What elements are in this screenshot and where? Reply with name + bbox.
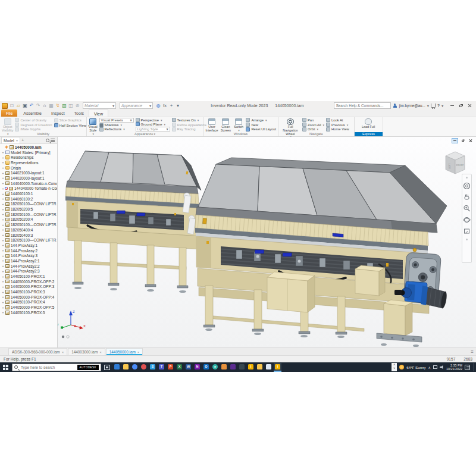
help-icon[interactable]: ? bbox=[437, 103, 440, 108]
expander-icon[interactable]: + bbox=[1, 208, 5, 211]
tree-item[interactable]: + 182050100—CONV LIFTR ASSY:3 bbox=[0, 212, 57, 217]
doc-restore-button[interactable] bbox=[459, 138, 466, 143]
tab-list-menu-icon[interactable]: ≡ bbox=[471, 349, 474, 355]
restore-button[interactable] bbox=[456, 102, 465, 109]
viewport-3d-model[interactable]: Z X Y bbox=[58, 137, 476, 347]
qat-icon[interactable]: ▦ bbox=[48, 103, 54, 109]
expander-icon[interactable]: + bbox=[1, 311, 5, 314]
expander-icon[interactable]: + bbox=[1, 218, 5, 221]
tree-item[interactable]: + 144050100-PROX:3 bbox=[0, 289, 57, 295]
keyboard-tray-icon[interactable] bbox=[433, 365, 437, 369]
object-visibility-button[interactable]: Object Visibility bbox=[2, 118, 13, 131]
textures-on-button[interactable]: Textures On bbox=[172, 118, 206, 123]
taskbar-app-icon[interactable]: P bbox=[167, 363, 174, 372]
qat-icon[interactable]: ◍ bbox=[155, 103, 161, 109]
taskbar-app-icon[interactable]: I bbox=[247, 363, 255, 372]
tree-item[interactable]: + 182050100—CONV LIFTR ASSY:2 bbox=[0, 222, 57, 227]
user-interface-button[interactable]: User Interface bbox=[205, 118, 218, 131]
document-tab[interactable]: 144050000.iam × bbox=[106, 348, 143, 355]
close-tab-icon[interactable]: × bbox=[62, 350, 64, 354]
expander-icon[interactable]: + bbox=[1, 300, 5, 304]
switch-button[interactable]: Switch bbox=[233, 118, 245, 131]
close-tab-icon[interactable]: × bbox=[99, 350, 102, 354]
tree-item[interactable]: + Origin bbox=[0, 165, 57, 171]
previous-view-button[interactable]: Previous bbox=[326, 123, 349, 127]
expander-icon[interactable]: + bbox=[1, 239, 5, 242]
lighting-style-dropdown[interactable]: Lighting Style bbox=[136, 127, 170, 131]
ground-plane-button[interactable]: Ground Plane bbox=[136, 122, 170, 126]
taskbar-app-icon[interactable] bbox=[113, 363, 121, 372]
tree-item[interactable]: + 144050100-PROX:4 bbox=[0, 300, 57, 305]
qat-icon[interactable]: ↶ bbox=[29, 103, 35, 109]
expander-icon[interactable]: + bbox=[1, 243, 5, 247]
load-full-button[interactable]: Load Full bbox=[356, 118, 380, 131]
machine-right[interactable] bbox=[195, 158, 447, 347]
floor-cabinet-b[interactable] bbox=[355, 265, 385, 296]
show-desktop-strip[interactable] bbox=[474, 363, 475, 371]
expander-icon[interactable]: + bbox=[1, 192, 5, 196]
pan-hand-icon[interactable] bbox=[463, 193, 471, 201]
ray-tracing-button[interactable]: Ray Tracing bbox=[172, 127, 206, 131]
expander-icon[interactable]: + bbox=[1, 166, 5, 170]
imate-glyphs-button[interactable]: iMate Glyphs bbox=[15, 127, 52, 131]
tree-item[interactable]: + 144050000-PROX-OPP:4 bbox=[0, 295, 57, 300]
browser-tab-model[interactable]: Model × bbox=[1, 137, 20, 143]
volume-icon[interactable] bbox=[440, 365, 444, 369]
viewport-dot-dark[interactable] bbox=[62, 336, 64, 338]
expander-icon[interactable]: + bbox=[1, 202, 5, 206]
expander-icon[interactable]: + bbox=[1, 254, 5, 258]
add-browser-tab-icon[interactable]: + bbox=[21, 138, 24, 142]
close-panel-icon[interactable]: × bbox=[16, 139, 18, 142]
floor-cabinet-a[interactable] bbox=[267, 272, 315, 312]
browser-search-icon[interactable] bbox=[46, 139, 49, 142]
app-store-cart-icon[interactable] bbox=[431, 104, 436, 108]
doc-minimize-button[interactable] bbox=[452, 138, 458, 143]
start-button[interactable] bbox=[3, 365, 8, 370]
navbar-handle-icon[interactable] bbox=[466, 177, 468, 178]
task-view-icon[interactable] bbox=[104, 365, 110, 370]
tree-item[interactable]: + Relationships bbox=[0, 155, 57, 160]
expander-icon[interactable]: + bbox=[1, 223, 5, 227]
tree-item[interactable]: + 144050100-PROX:5 bbox=[0, 310, 57, 315]
taskbar-app-icon[interactable] bbox=[131, 363, 139, 372]
tree-item[interactable]: + 182050400:4 bbox=[0, 227, 57, 233]
shadows-button[interactable]: Shadows bbox=[99, 123, 134, 127]
expander-icon[interactable]: + bbox=[1, 306, 5, 309]
taskbar-app-icon[interactable] bbox=[140, 363, 148, 372]
expander-icon[interactable]: + bbox=[1, 228, 5, 231]
taskbar-search[interactable]: AUTODESK bbox=[12, 364, 101, 371]
taskbar-app-icon[interactable] bbox=[220, 363, 228, 372]
taskbar-app-icon[interactable] bbox=[122, 363, 130, 372]
taskbar-scroll-buttons[interactable]: ∧∨ bbox=[392, 363, 397, 371]
close-button[interactable] bbox=[465, 102, 474, 109]
qat-icon[interactable]: ↷ bbox=[35, 103, 41, 109]
tree-item[interactable]: + 144-ProxAssy:2 bbox=[0, 248, 57, 253]
taskbar-app-icon[interactable]: T bbox=[158, 363, 165, 372]
appearance-dropdown[interactable]: Appearance bbox=[120, 102, 153, 109]
taskbar-app-icon[interactable]: I bbox=[274, 363, 281, 372]
navbar-options-icon[interactable] bbox=[466, 239, 468, 240]
ribbon-tab[interactable]: Assemble bbox=[18, 109, 46, 117]
tree-item[interactable]: + 182050200:5 bbox=[0, 206, 57, 212]
browser-menu-icon[interactable] bbox=[51, 139, 55, 142]
show-hidden-icons[interactable]: ∧ bbox=[428, 365, 431, 369]
tree-item[interactable]: + Model States: [Primary] bbox=[0, 150, 57, 155]
qat-icon[interactable]: ▾ bbox=[175, 103, 181, 109]
group-label-appearance[interactable]: Appearance bbox=[87, 132, 203, 136]
orbit-icon[interactable] bbox=[463, 216, 471, 224]
tree-item[interactable]: + 144050000-PROX-OPP:2 bbox=[0, 279, 57, 284]
degrees-of-freedom-button[interactable]: Degrees of Freedom bbox=[15, 123, 52, 127]
look-at-button[interactable]: Look At bbox=[326, 118, 349, 123]
qat-icon[interactable]: ⌂ bbox=[42, 103, 48, 109]
navigation-wheel-icon[interactable] bbox=[463, 182, 471, 190]
expander-icon[interactable]: + bbox=[1, 176, 5, 180]
expander-icon[interactable]: + bbox=[1, 290, 5, 294]
perspective-button[interactable]: Perspective bbox=[136, 118, 170, 122]
tree-item[interactable]: + 144-ProxAssy2:1 bbox=[0, 258, 57, 264]
expander-icon[interactable]: + bbox=[1, 264, 5, 268]
viewport-dot-light[interactable] bbox=[67, 336, 69, 338]
expander-icon[interactable]: + bbox=[1, 259, 5, 262]
autodesk-chip[interactable]: AUTODESK bbox=[77, 365, 99, 370]
search-input[interactable] bbox=[334, 102, 391, 109]
machine-left[interactable] bbox=[65, 151, 201, 293]
